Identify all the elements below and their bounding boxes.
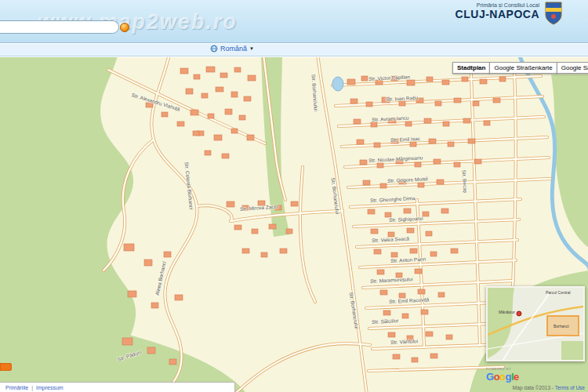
roads-casing-layer [103,57,550,392]
app-window: www.map2web.ro Primăria și Consiliul Loc… [0,0,588,392]
map-type-control: Stadtplan Google Straßenkarte Google Sat… [453,62,588,74]
partial-logo-badge [0,363,12,371]
footer-link-primariile[interactable]: Primăriile [5,385,28,390]
map-canvas[interactable]: Str. Alexandru VlahuțăStr. Colonia Borha… [0,57,588,392]
globe-icon [210,45,218,53]
footer-link-impressum[interactable]: Impressum [36,385,64,390]
map-type-google-satellit[interactable]: Google Satellit [557,62,588,74]
footer-links-bar: Primăriile | Impressum [0,382,235,392]
language-bar: Română ▼ [0,44,588,56]
org-line2: CLUJ-NAPOCA [456,8,539,20]
terms-of-use-link[interactable]: Terms of Use [555,385,585,390]
map-data-text: Map data ©2013 [513,385,550,390]
org-title: Primăria și Consiliul Local CLUJ-NAPOCA [456,2,539,20]
coat-of-arms-icon [544,2,563,25]
language-selector[interactable]: Română ▼ [210,45,254,53]
google-attribution: POWERED BY Google [486,367,519,383]
search-input[interactable] [0,20,119,34]
buildings-layer [122,67,506,365]
map-type-stadtplan[interactable]: Stadtplan [452,62,490,74]
location-marker [517,311,521,316]
org-line1: Primăria și Consiliul Local [456,2,539,8]
pond [332,77,343,91]
footer-separator: | [31,385,33,390]
google-logo[interactable]: Google [486,371,519,383]
chevron-down-icon: ▼ [249,46,254,51]
overview-minimap[interactable]: MănășturParcul CentralBorhanci [486,286,585,361]
language-label: Română [220,45,247,53]
minimap-graphics [488,288,583,360]
search-button[interactable] [120,23,129,32]
viewport-extent [547,316,579,336]
header: www.map2web.ro Primăria și Consiliul Loc… [0,0,588,43]
map-data-attribution: Map data ©2013 - Terms of Use [513,385,585,390]
map-type-google-strassenkarte[interactable]: Google Straßenkarte [489,62,557,74]
